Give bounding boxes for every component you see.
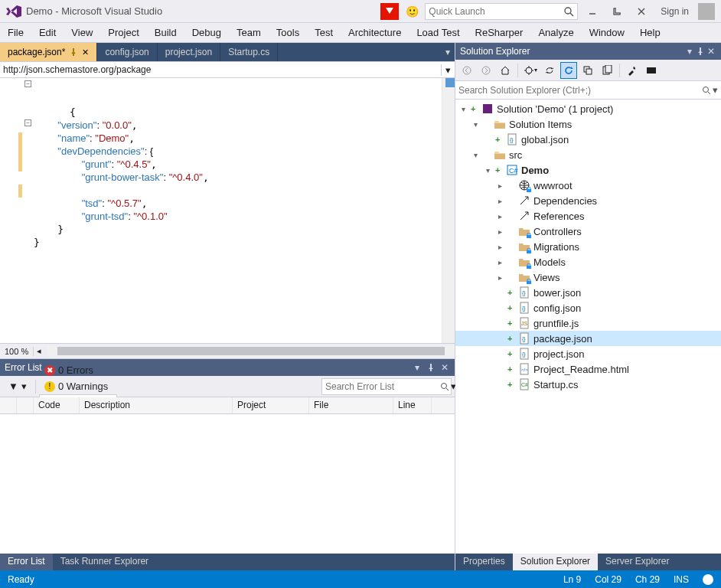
tree-node[interactable]: ▸wwwroot (455, 178, 721, 193)
sync-button[interactable] (541, 62, 558, 79)
tool-window-tab[interactable]: Server Explorer (598, 554, 677, 570)
tool-window-tab[interactable]: Properties (455, 554, 513, 570)
expand-toggle-icon[interactable]: ▾ (483, 166, 492, 175)
tree-node[interactable]: ▾src (455, 147, 721, 162)
chevron-down-icon[interactable]: ▾ (441, 64, 455, 76)
solution-tree[interactable]: ▾+Solution 'Demo' (1 project)▾Solution I… (455, 100, 721, 554)
notifications-icon[interactable] (380, 3, 399, 20)
sign-in-link[interactable]: Sign in (656, 6, 693, 17)
tree-node[interactable]: ▾+Solution 'Demo' (1 project) (455, 101, 721, 116)
pin-icon[interactable] (695, 46, 706, 57)
refresh-button[interactable] (560, 62, 577, 79)
schema-url-input[interactable] (0, 64, 441, 75)
tree-node[interactable]: ▾+C#Demo (455, 162, 721, 178)
error-list-body[interactable] (0, 414, 455, 554)
vertical-scrollbar[interactable] (442, 78, 455, 343)
column-header[interactable]: Code (34, 397, 80, 413)
expand-toggle-icon[interactable]: ▾ (471, 151, 480, 159)
chevron-down-icon[interactable]: ▾ (711, 84, 718, 96)
column-header[interactable]: File (309, 397, 393, 413)
tree-node[interactable]: +</>Project_Readme.html (455, 361, 721, 377)
menu-test[interactable]: Test (307, 23, 341, 42)
tree-node[interactable]: +{}package.json (455, 331, 721, 346)
menu-analyze[interactable]: Analyze (530, 23, 581, 42)
tree-node[interactable]: +{}global.json (455, 132, 721, 147)
avatar-icon[interactable] (698, 3, 715, 20)
split-grip-icon[interactable] (445, 78, 455, 87)
column-header[interactable] (0, 397, 17, 413)
filter-err[interactable]: ✖0 Errors (39, 362, 117, 378)
forward-button[interactable] (478, 62, 494, 79)
code-editor[interactable]: − − { "version": "0.0.0", "name": "Demo"… (0, 78, 455, 343)
expand-toggle-icon[interactable]: ▾ (458, 105, 468, 113)
collapse-all-button[interactable] (579, 62, 596, 79)
quick-launch-input[interactable] (429, 6, 563, 17)
minimize-button[interactable] (582, 3, 602, 20)
tree-node[interactable]: +JSgruntfile.js (455, 315, 721, 331)
error-list-search-input[interactable] (325, 381, 440, 392)
tree-node[interactable]: +{}bower.json (455, 285, 721, 300)
menu-debug[interactable]: Debug (184, 23, 229, 42)
menu-edit[interactable]: Edit (31, 23, 64, 42)
document-tab[interactable]: project.json (158, 43, 220, 61)
menu-build[interactable]: Build (147, 23, 184, 42)
bottom-tab[interactable]: Task Runner Explorer (53, 554, 156, 570)
filter-dropdown[interactable]: ▼ ▾ (3, 378, 32, 394)
menu-load test[interactable]: Load Test (409, 23, 467, 42)
fold-toggle-icon[interactable]: − (24, 119, 31, 126)
fold-toggle-icon[interactable]: − (24, 80, 31, 87)
document-tab[interactable]: config.json (97, 43, 157, 61)
close-icon[interactable]: ✕ (706, 46, 716, 57)
column-header[interactable]: Project (233, 397, 309, 413)
expand-toggle-icon[interactable]: ▸ (495, 258, 504, 266)
close-icon[interactable]: ✕ (82, 47, 89, 57)
expand-toggle-icon[interactable]: ▸ (495, 227, 504, 236)
filter-warn[interactable]: !0 Warnings (39, 378, 117, 394)
expand-toggle-icon[interactable]: ▸ (495, 243, 504, 251)
tree-node[interactable]: +{}project.json (455, 346, 721, 361)
show-all-files-button[interactable] (599, 62, 615, 79)
expand-toggle-icon[interactable]: ▾ (471, 120, 480, 129)
tree-node[interactable]: ▸References (455, 208, 721, 224)
chevron-down-icon[interactable]: ▾ (412, 362, 422, 373)
close-icon[interactable]: ✕ (439, 362, 450, 373)
pin-icon[interactable] (426, 362, 436, 373)
scope-button[interactable]: ▾ (522, 62, 539, 79)
home-button[interactable] (497, 62, 514, 79)
tree-node[interactable]: ▾Solution Items (455, 116, 721, 132)
menu-window[interactable]: Window (582, 23, 632, 42)
menu-tools[interactable]: Tools (269, 23, 307, 42)
expand-toggle-icon[interactable]: ▸ (495, 212, 504, 220)
maximize-button[interactable] (607, 3, 627, 20)
status-indicator-icon[interactable] (703, 574, 713, 585)
quick-launch[interactable] (425, 3, 578, 20)
menu-view[interactable]: View (64, 23, 100, 42)
menu-project[interactable]: Project (100, 23, 146, 42)
back-button[interactable] (458, 62, 475, 79)
tree-node[interactable]: ▸Models (455, 254, 721, 270)
horizontal-scrollbar[interactable] (47, 345, 455, 357)
chevron-down-icon[interactable]: ▾ (684, 46, 695, 57)
column-header[interactable] (17, 397, 34, 413)
tool-window-tab[interactable]: Solution Explorer (513, 554, 598, 570)
tree-node[interactable]: ▸Views (455, 270, 721, 285)
bottom-tab[interactable]: Error List (0, 554, 53, 570)
zoom-level[interactable]: 100 % (0, 347, 34, 356)
menu-resharper[interactable]: ReSharper (468, 23, 531, 42)
preview-button[interactable] (643, 62, 660, 79)
solution-explorer-search-input[interactable] (458, 85, 702, 96)
menu-help[interactable]: Help (632, 23, 668, 42)
tree-node[interactable]: ▸Controllers (455, 224, 721, 239)
tree-node[interactable]: +{}config.json (455, 300, 721, 315)
tree-node[interactable]: +C#Startup.cs (455, 377, 721, 392)
chevron-left-icon[interactable]: ◂ (34, 346, 44, 356)
tab-overflow-icon[interactable]: ▾ (441, 43, 455, 61)
menu-team[interactable]: Team (229, 23, 269, 42)
expand-toggle-icon[interactable]: ▸ (495, 181, 504, 190)
document-tab[interactable]: Startup.cs (220, 43, 278, 61)
solution-explorer-header[interactable]: Solution Explorer ▾ ✕ (455, 43, 721, 60)
expand-toggle-icon[interactable]: ▸ (495, 273, 504, 282)
close-button[interactable] (631, 3, 651, 20)
column-header[interactable]: Line (393, 397, 432, 413)
code-content[interactable]: { "version": "0.0.0", "name": "Demo", "d… (34, 78, 442, 343)
